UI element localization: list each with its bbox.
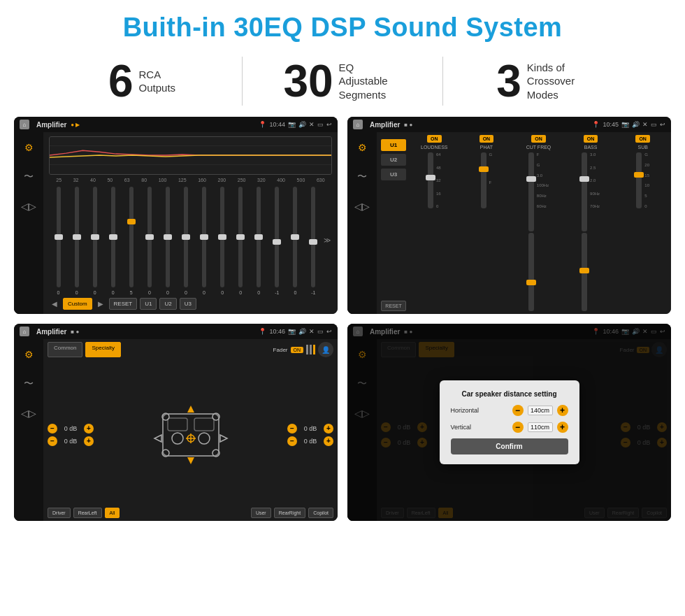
settings-icon[interactable]: 👤 <box>318 342 333 357</box>
rearright-btn[interactable]: RearRight <box>274 508 306 518</box>
rearleft-btn[interactable]: RearLeft <box>73 508 102 518</box>
eq-slider-10[interactable]: 0 <box>233 185 249 295</box>
cutfreq-slider1[interactable] <box>528 152 534 231</box>
eq-slider-12[interactable]: -1 <box>269 185 285 295</box>
sidebar-vol3-icon[interactable]: ◁▷ <box>19 403 38 423</box>
eq-slider-0[interactable]: 0 <box>50 185 66 295</box>
eq-slider-8[interactable]: 0 <box>196 185 212 295</box>
eq-slider-9[interactable]: 0 <box>215 185 231 295</box>
copilot-btn[interactable]: Copilot <box>308 508 333 518</box>
rr-minus-btn[interactable]: − <box>287 436 297 446</box>
fr-db-control: − 0 dB + <box>287 424 333 434</box>
vol-icon-crossover: 🔊 <box>632 121 640 128</box>
sidebar-vol2-icon[interactable]: ◁▷ <box>352 196 372 216</box>
home-icon-fader[interactable]: ⌂ <box>20 327 29 336</box>
stat-crossover: 3 Kinds ofCrossover Modes <box>443 59 643 103</box>
screen-content-crossover: ⚙ 〜 ◁▷ U1 U2 U3 RESET ON LOUDNESS <box>347 132 671 314</box>
reset-btn[interactable]: RESET <box>109 298 138 310</box>
reset-crossover-btn[interactable]: RESET <box>381 301 406 311</box>
horizontal-minus-btn[interactable]: − <box>512 405 524 416</box>
rr-plus-btn[interactable]: + <box>324 436 333 446</box>
bass-nums: 3.02.5 2.090Hz 70Hz <box>590 152 600 208</box>
horizontal-plus-btn[interactable]: + <box>557 405 568 416</box>
crossover-main: U1 U2 U3 RESET ON LOUDNESS <box>377 132 671 314</box>
phat-label: PHAT <box>480 145 493 150</box>
more-arrow[interactable]: ≫ <box>324 236 331 244</box>
preset-u2-btn[interactable]: U2 <box>381 154 406 166</box>
eq-main: 2532 4050 6380 100125 160200 250320 4005… <box>43 132 338 314</box>
eq-slider-5[interactable]: 0 <box>141 185 157 295</box>
u2-btn[interactable]: U2 <box>159 298 176 310</box>
phat-nums: GF <box>489 152 493 208</box>
svg-point-8 <box>199 433 210 444</box>
sidebar-vol-icon[interactable]: ◁▷ <box>19 196 38 216</box>
loudness-toggle[interactable]: ON <box>427 135 442 143</box>
bass-slider2[interactable] <box>582 233 587 312</box>
custom-preset-btn[interactable]: Custom <box>63 298 92 310</box>
fader-toggle[interactable]: ON <box>291 347 304 353</box>
rr-db-value: 0 dB <box>300 438 321 445</box>
sub-slider[interactable] <box>636 152 642 208</box>
specialty-tab[interactable]: Specialty <box>85 342 120 357</box>
loudness-slider[interactable] <box>428 152 433 208</box>
fl-minus-btn[interactable]: − <box>48 424 57 434</box>
stat-number-crossover: 3 <box>496 59 521 103</box>
statusbar-crossover: ⌂ Amplifier ■ ● 📍 10:45 📷 🔊 ✕ ▭ ↩ <box>347 117 671 132</box>
vertical-plus-btn[interactable]: + <box>557 422 568 433</box>
fl-plus-btn[interactable]: + <box>84 424 94 434</box>
phat-slider[interactable] <box>481 152 486 208</box>
sidebar-eq2-icon[interactable]: ⚙ <box>352 138 372 157</box>
vertical-minus-btn[interactable]: − <box>512 422 524 433</box>
rr-db-control: − 0 dB + <box>287 436 333 446</box>
sidebar-wave-icon[interactable]: 〜 <box>19 167 38 187</box>
cutfreq-slider2[interactable] <box>528 233 534 312</box>
screen-distance: ⌂ Amplifier ■ ● 📍 10:46 📷 🔊 ✕ ▭ ↩ ⚙ 〜 ◁▷ <box>347 324 671 521</box>
ctrl-phat: ON PHAT GF <box>463 135 511 311</box>
sub-toggle[interactable]: ON <box>635 135 650 143</box>
sidebar-eq3-icon[interactable]: ⚙ <box>19 345 38 364</box>
user-btn[interactable]: User <box>251 508 271 518</box>
sidebar-wave2-icon[interactable]: 〜 <box>352 167 372 187</box>
left-db-col: − 0 dB + − 0 dB + <box>48 361 94 508</box>
eq-slider-1[interactable]: 0 <box>68 185 85 295</box>
fr-minus-btn[interactable]: − <box>287 424 297 434</box>
driver-btn[interactable]: Driver <box>48 508 71 518</box>
phat-toggle[interactable]: ON <box>480 135 494 143</box>
eq-slider-3[interactable]: 0 <box>105 185 121 295</box>
camera-icon-fader: 📷 <box>288 328 296 335</box>
eq-slider-2[interactable]: 0 <box>87 185 103 295</box>
fader-bar-2 <box>310 345 312 354</box>
u1-btn[interactable]: U1 <box>140 298 157 310</box>
status-dots-crossover: ■ ● <box>404 122 412 128</box>
preset-u3-btn[interactable]: U3 <box>381 169 406 180</box>
stat-label-crossover: Kinds ofCrossover Modes <box>527 61 590 102</box>
vol-icon-fader: 🔊 <box>298 328 306 335</box>
horizontal-label: Horizontal <box>451 407 480 414</box>
home-icon-eq[interactable]: ⌂ <box>20 120 29 129</box>
cutfreq-toggle[interactable]: ON <box>531 135 546 143</box>
prev-arrow[interactable]: ◀ <box>49 299 60 309</box>
eq-slider-14[interactable]: -1 <box>305 185 322 295</box>
sidebar-eq-icon[interactable]: ⚙ <box>19 138 38 157</box>
u3-btn[interactable]: U3 <box>180 298 196 310</box>
eq-slider-13[interactable]: 0 <box>287 185 303 295</box>
sub-label: SUB <box>637 145 647 150</box>
eq-slider-6[interactable]: 0 <box>159 185 175 295</box>
bass-toggle[interactable]: ON <box>584 135 598 143</box>
eq-slider-7[interactable]: 0 <box>178 185 194 295</box>
bass-slider1[interactable] <box>582 152 587 231</box>
next-arrow[interactable]: ▶ <box>95 299 106 309</box>
confirm-button[interactable]: Confirm <box>451 438 568 454</box>
all-btn[interactable]: All <box>105 508 120 518</box>
common-tab[interactable]: Common <box>48 342 82 357</box>
svg-marker-15 <box>220 435 227 442</box>
eq-slider-4[interactable]: 5 <box>123 185 139 295</box>
fr-plus-btn[interactable]: + <box>324 424 333 434</box>
sidebar-wave3-icon[interactable]: 〜 <box>19 374 38 394</box>
rl-minus-btn[interactable]: − <box>48 436 57 446</box>
screen-fader: ⌂ Amplifier ■ ● 📍 10:46 📷 🔊 ✕ ▭ ↩ ⚙ 〜 ◁▷ <box>14 324 338 521</box>
rl-plus-btn[interactable]: + <box>84 436 94 446</box>
home-icon-crossover[interactable]: ⌂ <box>353 120 363 129</box>
eq-slider-11[interactable]: 0 <box>251 185 267 295</box>
preset-u1-btn[interactable]: U1 <box>381 139 406 151</box>
